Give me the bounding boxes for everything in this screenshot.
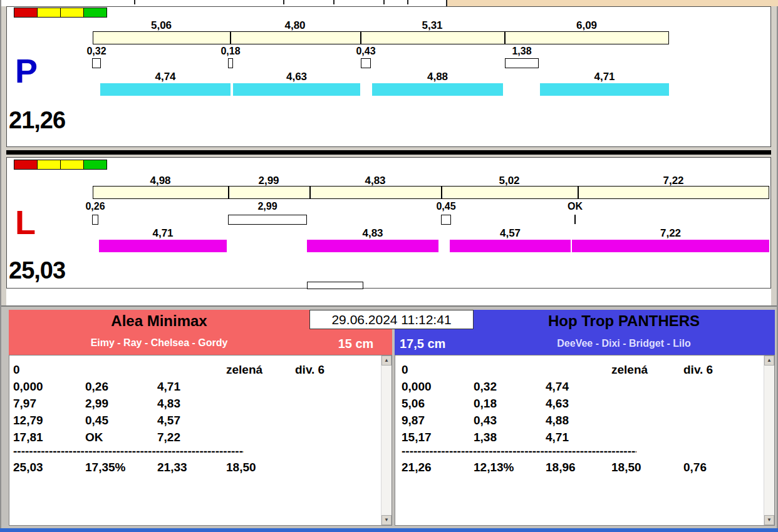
split-time-label: 7,22 [578, 175, 769, 187]
result-cell [611, 431, 683, 444]
team-right-jump-height: 17,5 cm [400, 337, 475, 351]
split-time-label: 2,99 [228, 175, 309, 187]
ruler-tick [383, 0, 385, 4]
leg-time-bar [99, 240, 227, 252]
result-cell: 12,13% [474, 461, 546, 474]
result-separator: ----------------------------------------… [402, 444, 636, 458]
start-light-yellow-2 [60, 160, 84, 170]
result-cell [295, 380, 379, 394]
changeover-box [361, 58, 371, 68]
result-separator: ----------------------------------------… [13, 444, 244, 458]
split-time-label: 4,80 [230, 19, 360, 32]
result-cell: 2,99 [85, 397, 157, 411]
ruler-tick [333, 0, 335, 4]
top-strip-right [447, 0, 778, 6]
leg-time-label: 4,83 [307, 227, 438, 240]
ruler-tick [134, 0, 135, 4]
result-cell [611, 380, 683, 394]
result-cell: 4,63 [546, 397, 611, 411]
result-cell: zelená [226, 363, 295, 377]
result-cell: 4,88 [546, 414, 611, 427]
result-cell: 15,17 [402, 431, 474, 444]
taskbar-edge [0, 528, 778, 532]
split-time-label: 5,02 [441, 175, 578, 187]
leg-time-bar [572, 240, 769, 252]
result-cell [85, 363, 157, 377]
result-cell [157, 363, 226, 377]
team-left-results[interactable]: 0 zelená div. 6 0,000 0,26 4,71 7,97 2,9… [9, 355, 392, 526]
changeover-box [92, 58, 101, 68]
result-cell: 4,83 [157, 397, 226, 411]
result-cell: 0,18 [474, 397, 546, 411]
result-cell: OK [85, 431, 157, 444]
result-cell: 0,45 [85, 414, 157, 427]
app-window: P 5,06 4,80 5,31 6,09 0,32 0,18 0,43 1,3… [0, 0, 778, 532]
changeover-box [228, 215, 307, 225]
leg-time-bar [450, 240, 571, 252]
leg-time-label: 4,63 [233, 71, 360, 83]
result-cell: 0 [13, 363, 85, 377]
split-bar-divider [578, 186, 579, 199]
result-row: 0 zelená div. 6 [9, 363, 379, 377]
result-total-row: 25,03 17,35% 21,33 18,50 [9, 461, 379, 474]
leg-time-bar [100, 83, 231, 96]
scrollbar-down-icon[interactable]: ▼ [764, 515, 774, 525]
result-cell: 0,32 [474, 380, 546, 394]
changeover-time-label: 1,38 [512, 46, 531, 57]
start-light-green [83, 160, 107, 170]
scrollbar[interactable]: ▲ ▼ [381, 356, 392, 525]
result-cell: 17,81 [13, 431, 85, 444]
result-cell: 0,000 [402, 380, 474, 394]
split-bar-divider [228, 186, 229, 199]
result-cell: 4,71 [157, 380, 226, 394]
changeover-time-label: 0,18 [220, 46, 240, 57]
changeover-box [441, 215, 451, 225]
changeover-ok-tick [574, 215, 576, 224]
leg-time-bar [540, 83, 669, 96]
result-cell: div. 6 [295, 363, 379, 377]
result-row: 7,97 2,99 4,83 [9, 397, 379, 411]
small-marker-box [307, 282, 363, 289]
result-cell: 0,76 [683, 461, 762, 474]
split-time-label: 6,09 [504, 19, 669, 32]
changeover-box [92, 215, 98, 225]
result-cell [474, 363, 546, 377]
leg-time-label: 4,88 [372, 71, 503, 83]
result-cell: 4,71 [546, 431, 611, 444]
result-cell: 0,000 [13, 380, 85, 394]
start-light-red [14, 160, 38, 170]
result-cell [226, 431, 295, 444]
split-bar-divider [230, 31, 231, 44]
leg-time-label: 7,22 [572, 227, 769, 240]
result-cell: 4,74 [546, 380, 611, 394]
leg-time-label: 4,74 [100, 71, 231, 83]
scrollbar-up-icon[interactable]: ▲ [764, 356, 774, 366]
result-cell: zelená [611, 363, 683, 377]
scrollbar[interactable]: ▲ ▼ [764, 356, 774, 525]
scrollbar-down-icon[interactable]: ▼ [381, 515, 392, 525]
split-time-label: 4,98 [93, 175, 228, 187]
start-light-yellow-1 [37, 8, 61, 18]
result-cell: 0,26 [85, 380, 157, 394]
result-cell: 9,87 [402, 414, 474, 427]
result-cell [226, 380, 295, 394]
result-cell [611, 397, 683, 411]
result-cell [683, 397, 762, 411]
split-bar-divider [441, 186, 442, 199]
result-cell: 12,79 [13, 414, 85, 427]
result-cell [295, 431, 379, 444]
scrollbar-up-icon[interactable]: ▲ [381, 356, 392, 366]
split-time-bar [93, 186, 769, 199]
team-left-jump-height: 15 cm [324, 337, 387, 351]
leg-time-bar [307, 240, 438, 252]
split-time-bar [93, 31, 669, 44]
result-cell [295, 414, 379, 427]
leg-time-label: 4,71 [99, 227, 227, 240]
team-right-results[interactable]: 0 zelená div. 6 0,000 0,32 4,74 5,06 0,1… [395, 355, 775, 526]
lane-divider [6, 150, 771, 155]
lane-letter-p: P [15, 54, 38, 88]
lane-total-time-l: 25,03 [9, 258, 65, 282]
split-bar-divider [309, 186, 311, 199]
changeover-time-label: 0,32 [86, 46, 106, 57]
lane-letter-l: L [15, 205, 36, 239]
